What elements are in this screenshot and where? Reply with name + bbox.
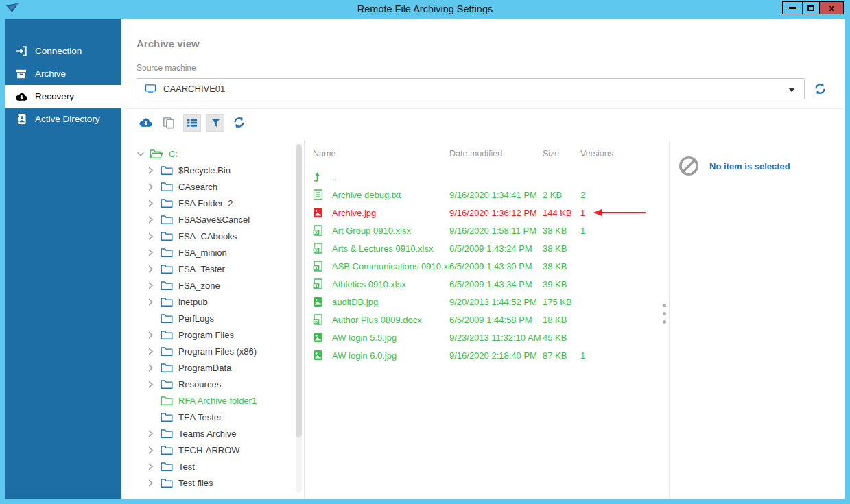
tree-scrollbar-thumb[interactable] bbox=[296, 144, 302, 437]
folder-icon bbox=[161, 412, 173, 422]
chevron-right-icon[interactable] bbox=[147, 298, 156, 307]
sidebar-item-active-directory[interactable]: Active Directory bbox=[5, 108, 121, 130]
tree-item-label: $Recycle.Bin bbox=[178, 165, 231, 176]
panel-splitter-handle[interactable] bbox=[663, 304, 666, 328]
tree-item[interactable]: Resources bbox=[137, 376, 304, 392]
file-date-modified: 6/5/2009 1:44:58 PM bbox=[449, 315, 543, 325]
file-row[interactable]: xArts & Lectures 0910.xlsx6/5/2009 1:43:… bbox=[313, 239, 669, 257]
tree-item[interactable]: FSA_Tester bbox=[137, 261, 304, 277]
tree-item[interactable]: ProgramData bbox=[137, 359, 304, 376]
tree-item[interactable]: FSASave&Cancel bbox=[137, 211, 304, 228]
chevron-right-icon[interactable] bbox=[147, 462, 156, 471]
file-row[interactable]: auditDB.jpg9/20/2013 1:44:52 PM175 KB bbox=[313, 293, 669, 311]
file-date-modified: 9/16/2020 1:36:12 PM bbox=[449, 208, 543, 218]
file-row[interactable]: Archive.jpg9/16/2020 1:36:12 PM144 KB1 bbox=[313, 204, 669, 221]
folder-icon bbox=[161, 346, 173, 357]
file-name: Archive debug.txt bbox=[332, 190, 401, 200]
file-versions: 1 bbox=[575, 208, 585, 218]
chevron-right-icon[interactable] bbox=[147, 215, 156, 224]
window-controls: x bbox=[783, 1, 844, 14]
file-list: Name Date modified Size Versions ..Archi… bbox=[304, 141, 669, 499]
folder-icon bbox=[161, 198, 173, 208]
tree-item[interactable]: Program Files (x86) bbox=[137, 343, 304, 359]
tree-scrollbar[interactable] bbox=[296, 144, 302, 493]
tree-item[interactable]: TEA Tester bbox=[137, 409, 304, 425]
refresh-machines-button[interactable] bbox=[814, 82, 827, 95]
sidebar-item-label: Connection bbox=[35, 46, 82, 56]
column-header-date-modified[interactable]: Date modified bbox=[449, 149, 543, 160]
chevron-right-icon[interactable] bbox=[147, 347, 156, 356]
detail-panel: No item is selected bbox=[669, 141, 845, 499]
title-bar[interactable]: Remote File Archiving Settings x bbox=[0, 0, 850, 19]
details-view-button[interactable] bbox=[183, 114, 201, 132]
tree-item[interactable]: Teams Archive bbox=[137, 425, 304, 442]
chevron-right-icon[interactable] bbox=[147, 182, 156, 191]
tree-item[interactable]: FSA_zone bbox=[137, 277, 304, 293]
chevron-right-icon[interactable] bbox=[147, 199, 156, 208]
column-header-name[interactable]: Name bbox=[313, 149, 449, 160]
tree-item[interactable]: FSA Folder_2 bbox=[137, 195, 304, 211]
chevron-right-icon[interactable] bbox=[147, 281, 156, 290]
chevron-right-icon[interactable] bbox=[147, 479, 156, 488]
tree-item[interactable]: TECH-ARROW bbox=[137, 442, 304, 458]
file-row[interactable]: .. bbox=[313, 168, 669, 186]
maximize-button[interactable] bbox=[802, 1, 820, 14]
tree-item[interactable]: Test files bbox=[137, 475, 304, 491]
recover-button[interactable] bbox=[137, 114, 154, 132]
separator bbox=[127, 108, 843, 109]
file-row[interactable]: xAthletics 0910.xlsx6/5/2009 1:43:34 PM3… bbox=[313, 275, 669, 293]
chevron-down-icon[interactable] bbox=[137, 149, 145, 158]
column-header-size[interactable]: Size bbox=[543, 149, 575, 160]
tree-item[interactable]: $Recycle.Bin bbox=[137, 162, 304, 178]
chevron-right-icon[interactable] bbox=[147, 166, 156, 175]
close-button[interactable]: x bbox=[819, 1, 844, 14]
file-row[interactable]: wAuthor Plus 0809.docx6/5/2009 1:44:58 P… bbox=[313, 311, 669, 328]
chevron-right-icon[interactable] bbox=[147, 363, 156, 372]
file-row[interactable]: AW login 5.5.jpg9/23/2013 11:32:10 AM45 … bbox=[313, 328, 669, 346]
filter-button[interactable] bbox=[206, 114, 224, 132]
file-size: 2 KB bbox=[543, 190, 575, 200]
file-date-modified: 9/16/2020 1:34:41 PM bbox=[449, 190, 543, 200]
file-size: 38 KB bbox=[543, 243, 575, 254]
source-machine-select[interactable]: CAARCHIVE01 bbox=[137, 78, 805, 99]
chevron-right-icon[interactable] bbox=[147, 331, 156, 339]
file-row[interactable]: xASB Communications 0910.xlsx6/5/2009 1:… bbox=[313, 257, 669, 275]
tree-item-label: FSA_zone bbox=[178, 280, 220, 291]
folder-icon bbox=[161, 165, 173, 176]
folder-icon bbox=[161, 461, 173, 472]
tree-item-label: TEA Tester bbox=[178, 412, 222, 422]
tree-item[interactable]: FSA_minion bbox=[137, 244, 304, 261]
tree-item[interactable]: Test bbox=[137, 458, 304, 475]
tree-item[interactable]: RFA Archive folder1 bbox=[137, 392, 304, 409]
file-row[interactable]: Archive debug.txt9/16/2020 1:34:41 PM2 K… bbox=[313, 186, 669, 204]
tree-item[interactable]: inetpub bbox=[137, 293, 304, 310]
minimize-button[interactable] bbox=[782, 1, 803, 14]
tree-item[interactable]: CAsearch bbox=[137, 178, 304, 195]
chevron-right-icon[interactable] bbox=[147, 232, 156, 241]
tree-item[interactable]: FSA_CAbooks bbox=[137, 228, 304, 244]
tree-item[interactable]: PerfLogs bbox=[137, 310, 304, 326]
tree-item-label: inetpub bbox=[178, 297, 208, 307]
chevron-right-icon[interactable] bbox=[147, 446, 156, 455]
chevron-right-icon[interactable] bbox=[147, 248, 156, 257]
sidebar-item-archive[interactable]: Archive bbox=[5, 62, 121, 85]
sidebar-item-connection[interactable]: Connection bbox=[5, 40, 121, 62]
tree-item[interactable]: Program Files bbox=[137, 326, 304, 343]
tree-item-label: Teams Archive bbox=[178, 429, 237, 439]
column-header-versions[interactable]: Versions bbox=[575, 149, 613, 160]
chevron-right-icon[interactable] bbox=[147, 380, 156, 389]
folder-icon bbox=[161, 330, 173, 340]
folder-icon bbox=[161, 264, 173, 274]
tree-item[interactable]: C: bbox=[137, 145, 304, 162]
sidebar-item-label: Active Directory bbox=[35, 114, 100, 124]
file-size: 38 KB bbox=[543, 261, 575, 272]
chevron-right-icon[interactable] bbox=[147, 265, 156, 274]
tree-item-label: Test bbox=[178, 461, 195, 472]
refresh-button[interactable] bbox=[230, 114, 248, 132]
up-icon bbox=[313, 171, 324, 182]
copy-button[interactable] bbox=[160, 114, 178, 132]
sidebar-item-recovery[interactable]: Recovery bbox=[5, 85, 121, 108]
chevron-right-icon[interactable] bbox=[147, 429, 156, 438]
file-row[interactable]: xArt Group 0910.xlsx9/16/2020 1:58:11 PM… bbox=[313, 221, 669, 239]
file-row[interactable]: AW login 6.0.jpg9/16/2020 2:18:40 PM87 K… bbox=[313, 346, 669, 364]
